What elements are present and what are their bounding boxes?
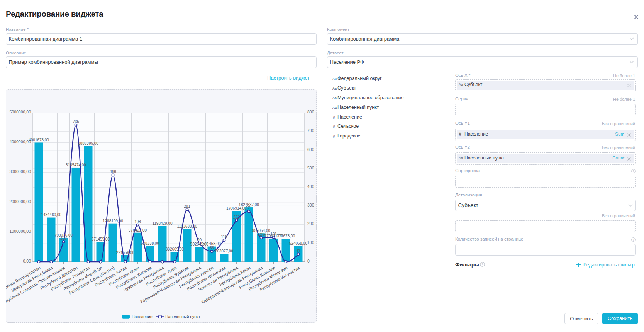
svg-text:221559,00: 221559,00 — [116, 251, 134, 255]
svg-text:200: 200 — [307, 221, 314, 226]
svg-text:976422,00: 976422,00 — [128, 228, 147, 232]
svg-text:116: 116 — [221, 235, 227, 239]
svg-text:129: 129 — [258, 232, 264, 237]
svg-text:770673,00: 770673,00 — [276, 234, 295, 238]
svg-text:41: 41 — [296, 249, 300, 253]
svg-text:3165474,00: 3165474,00 — [66, 163, 86, 167]
svg-text:4000000,00: 4000000,00 — [9, 139, 31, 144]
svg-text:263977,00: 263977,00 — [215, 249, 233, 253]
svg-text:500: 500 — [307, 166, 314, 170]
svg-text:4001678,00: 4001678,00 — [29, 138, 49, 142]
svg-text:1484460,00: 1484460,00 — [41, 213, 61, 217]
svg-text:?: ? — [633, 170, 634, 173]
svg-text:198: 198 — [134, 220, 141, 224]
svg-text:281: 281 — [184, 204, 190, 208]
svg-text:100: 100 — [307, 240, 314, 245]
svg-text:2000000,00: 2000000,00 — [9, 199, 31, 204]
svg-text:1000000,00: 1000000,00 — [9, 229, 31, 234]
svg-text:223: 223 — [233, 215, 240, 219]
svg-text:511453,00: 511453,00 — [203, 242, 221, 246]
svg-text:56: 56 — [209, 246, 214, 250]
svg-text:300: 300 — [307, 203, 314, 207]
svg-text:108: 108 — [60, 236, 67, 241]
svg-text:1288109,00: 1288109,00 — [103, 219, 123, 223]
svg-text:1103638,00: 1103638,00 — [177, 224, 197, 229]
svg-text:Населенный пункт: Населенный пункт — [165, 314, 200, 319]
svg-text:3000000,00: 3000000,00 — [9, 169, 31, 174]
svg-text:735: 735 — [73, 120, 79, 124]
svg-text:0: 0 — [307, 259, 310, 263]
svg-text:466: 466 — [110, 169, 116, 174]
svg-text:3886395,00: 3886395,00 — [78, 141, 98, 146]
svg-text:Население: Население — [132, 314, 153, 319]
svg-text:?: ? — [633, 238, 634, 241]
svg-text:524058,00: 524058,00 — [289, 241, 307, 246]
svg-text:528338,00: 528338,00 — [141, 241, 159, 246]
svg-text:800: 800 — [307, 110, 314, 114]
svg-text:5000000,00: 5000000,00 — [9, 110, 31, 114]
svg-text:?: ? — [481, 263, 483, 266]
svg-text:671455,00: 671455,00 — [91, 237, 110, 241]
svg-text:131: 131 — [270, 232, 277, 236]
svg-text:0,00: 0,00 — [23, 259, 31, 263]
svg-text:332609,00: 332609,00 — [165, 247, 184, 251]
svg-text:271: 271 — [246, 206, 252, 210]
svg-text:600: 600 — [307, 147, 314, 152]
svg-text:99: 99 — [197, 238, 202, 242]
svg-text:400: 400 — [307, 184, 314, 189]
svg-text:1198429,00: 1198429,00 — [152, 221, 173, 225]
svg-text:700: 700 — [307, 128, 314, 133]
